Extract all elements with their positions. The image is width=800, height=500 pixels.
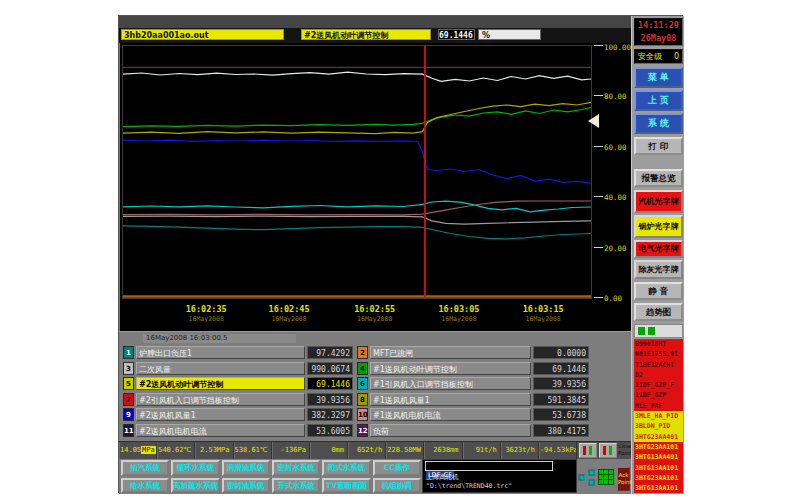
mute-button[interactable]: 静 音 xyxy=(634,282,683,300)
legend-row[interactable]: 10#1送风机电机电流53.6738 xyxy=(357,408,589,421)
panel-info-line2: "D:\trend\TREND40.trc" xyxy=(426,482,512,490)
legend-row[interactable]: 1炉膛出口负压197.4292 xyxy=(123,346,353,359)
system-screen-button[interactable]: 循环水系统 xyxy=(171,460,219,476)
trend-plot[interactable] xyxy=(122,45,592,299)
pen-tag-label: #1送风机电机电流 xyxy=(370,408,531,421)
network-icon[interactable] xyxy=(578,469,595,486)
pen-tag-label: 负荷 xyxy=(370,424,531,437)
y-axis-scale: 100.0080.0060.0040.0020.000.00 xyxy=(594,43,631,331)
trend-button[interactable]: 趋势图 xyxy=(634,303,683,321)
pen-color-chip: 5 xyxy=(123,377,134,390)
pen-value: 53.6738 xyxy=(533,408,589,421)
status-values: 14.05MPa540.62℃2.53MPa538.61℃-136Pa0mm65… xyxy=(119,442,577,460)
system-buttons: 抽汽系统循环水系统润滑油系统密封水系统闭式水系统CC操作 给水系统高加疏水系统密… xyxy=(120,459,422,494)
legend-row[interactable]: 7#2引风机入口调节挡板控制39.9356 xyxy=(123,393,353,406)
system-screen-button[interactable]: 密封水系统 xyxy=(272,460,320,476)
point-grid-icon[interactable] xyxy=(598,469,614,485)
alarm-filter-icon-2[interactable] xyxy=(648,327,655,335)
alarm-row[interactable]: N01E175S.#1 xyxy=(634,349,683,359)
system-screen-button[interactable]: 高加疏水系统 xyxy=(171,478,219,494)
annunciator-button-1[interactable]: 锅炉光字牌 xyxy=(634,215,683,238)
system-buttons-row2: 给水系统高加疏水系统密封油系统开式水系统TV遮断画面机组协调 xyxy=(120,477,422,495)
pen-color-chip: 10 xyxy=(357,408,368,421)
annunciator-button-3[interactable]: 除灰光字牌 xyxy=(634,260,683,279)
security-label: 安全级 xyxy=(638,50,662,63)
y-tick-mark xyxy=(594,196,603,197)
legend-row[interactable]: 2MFT已跳闸0.0000 xyxy=(357,346,589,359)
status-value: 652t/h xyxy=(348,442,386,460)
y-tick-label: 40.00 xyxy=(604,193,627,202)
alarm-filter-icon-1[interactable] xyxy=(638,327,645,335)
legend-row[interactable]: 9#2送风机风量1382.3297 xyxy=(123,408,353,421)
trend-file-input[interactable]: LDF_CF xyxy=(425,461,553,471)
system-screen-button[interactable]: TV遮断画面 xyxy=(322,478,370,494)
trend-series-cyan xyxy=(123,201,591,212)
legend-row[interactable]: 12负荷380.4175 xyxy=(357,424,589,437)
alarm-row[interactable]: D2 xyxy=(634,370,683,380)
legend-row[interactable]: 3二次风量990.0674 xyxy=(123,362,353,375)
nav-button-0[interactable]: 菜 单 xyxy=(634,67,683,88)
legend-row[interactable]: 6#1引风机入口调节挡板控制39.9356 xyxy=(357,377,589,390)
alarm-row[interactable]: T18E12ACHT xyxy=(634,360,683,370)
nav-button-2[interactable]: 系 统 xyxy=(634,113,683,134)
status-value: -136Pa xyxy=(272,442,310,460)
y-tick-label: 100.00 xyxy=(604,43,631,52)
trend-series-green xyxy=(123,108,591,127)
alarm-row[interactable]: 1IDF_GZP_F xyxy=(634,380,683,390)
alarm-row[interactable]: B9901BHT xyxy=(634,339,683,349)
alarm-row[interactable]: 1IDF_GZP xyxy=(634,390,683,400)
pen-value: 53.6005 xyxy=(307,424,353,437)
pen-value: 0.0000 xyxy=(533,346,589,359)
system-screen-button[interactable]: 抽汽系统 xyxy=(121,460,169,476)
alarm-row[interactable]: 3HTG23AA101 xyxy=(634,473,683,483)
alarm-row[interactable]: 3HTG13AA101 xyxy=(634,483,683,493)
indicator-tile-2[interactable] xyxy=(599,443,617,458)
legend-row[interactable]: 8#1送风机风量1591.3845 xyxy=(357,393,589,406)
system-screen-button[interactable]: 闭式水系统 xyxy=(322,460,370,476)
alarm-row[interactable]: 3BLDN_PID xyxy=(634,421,683,431)
pen-value: 39.9356 xyxy=(533,377,589,390)
legend-row[interactable]: 5#2送风机动叶调节控制69.1446 xyxy=(123,377,353,390)
point-file-field[interactable]: 3hb20aa001ao.out xyxy=(121,29,284,40)
status-value: 540.62℃ xyxy=(157,442,195,460)
pen-tag-label: #1引风机入口调节挡板控制 xyxy=(370,377,531,390)
pen-value: 382.3297 xyxy=(307,408,353,421)
dcs-trend-window: 3hb20aa001ao.out #2送风机动叶调节控制 69.1446 % 1… xyxy=(118,15,683,493)
trend-file-panel: LDF_CF 上海汽轮机 "D:\trend\TREND40.trc" xyxy=(422,459,577,493)
indicator-tile-1[interactable] xyxy=(579,443,597,458)
alarm-row[interactable]: MLE_PAF xyxy=(634,401,683,411)
pen-value: 591.3845 xyxy=(533,393,589,406)
chart-zone: 100.0080.0060.0040.0020.000.00 16:02:351… xyxy=(120,43,631,331)
panel-info-line1: 上海汽轮机 xyxy=(426,473,459,482)
x-tick-date: 16May2008 xyxy=(424,315,494,323)
nav-button-1[interactable]: 上 页 xyxy=(634,90,683,111)
trend-series-blue xyxy=(123,140,591,183)
system-screen-button[interactable]: 机组协调 xyxy=(373,478,421,494)
system-screen-button[interactable]: 开式水系统 xyxy=(272,478,320,494)
pen-tag-label: #2送风机风量1 xyxy=(136,408,305,421)
value-marker-triangle[interactable] xyxy=(588,114,599,128)
alarm-overview-button[interactable]: 报警总览 xyxy=(634,169,683,187)
legend-row[interactable]: 4#1送风机动叶调节控制69.1446 xyxy=(357,362,589,375)
status-value: 0mm xyxy=(310,442,348,460)
sidebar: 14:11:29 26May08 安全级 0 菜 单上 页系 统 打 印 报警总… xyxy=(631,16,684,494)
system-screen-button[interactable]: 密封油系统 xyxy=(222,478,270,494)
ack-point-button[interactable]: Ack Point xyxy=(617,467,630,491)
system-screen-button[interactable]: 润滑油系统 xyxy=(222,460,270,476)
selected-tag-unit: % xyxy=(478,29,541,40)
alarm-row[interactable]: 3HTG13AA401 xyxy=(634,452,683,462)
selected-tag-field[interactable]: #2送风机动叶调节控制 xyxy=(301,29,431,40)
alarm-row[interactable]: 3HTG13AA101 xyxy=(634,463,683,473)
alarm-row[interactable]: 3MLE_HA_PID xyxy=(634,411,683,421)
annunciator-button-0[interactable]: 汽机光字牌 xyxy=(634,190,683,213)
annunciator-button-2[interactable]: 电气光字牌 xyxy=(634,240,683,258)
pen-tag-label: 二次风量 xyxy=(136,362,305,375)
print-button[interactable]: 打 印 xyxy=(634,137,683,155)
system-screen-button[interactable]: CC操作 xyxy=(373,460,421,476)
alarm-row[interactable]: 3HTG23AA101 xyxy=(634,442,683,452)
legend-column-left: 1炉膛出口负压197.42923二次风量990.06745#2送风机动叶调节控制… xyxy=(123,346,353,437)
y-tick-label: 0.00 xyxy=(604,294,622,303)
alarm-row[interactable]: 3HTG23AA401 xyxy=(634,432,683,442)
system-screen-button[interactable]: 给水系统 xyxy=(121,478,169,494)
legend-row[interactable]: 11#2送风机电机电流53.6005 xyxy=(123,424,353,437)
